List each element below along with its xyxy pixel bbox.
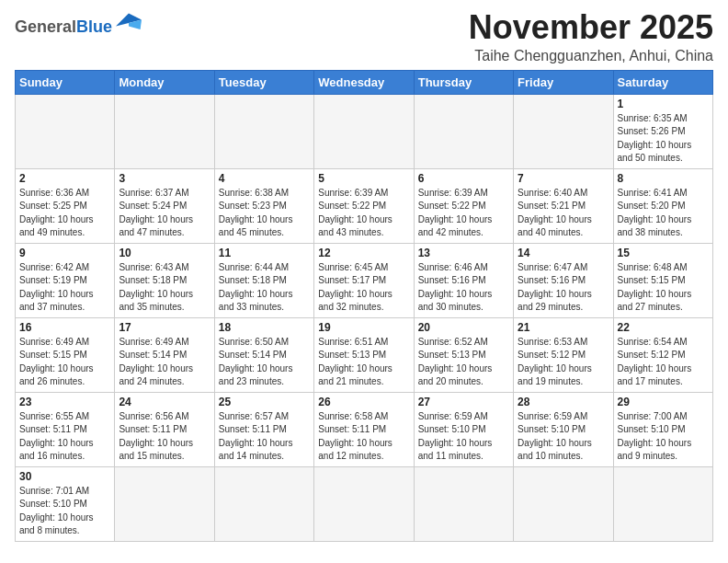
day-number: 30 bbox=[19, 470, 110, 483]
calendar-cell: 4Sunrise: 6:38 AMSunset: 5:23 PMDaylight… bbox=[214, 168, 313, 243]
calendar-cell bbox=[214, 466, 313, 541]
calendar-header-row: SundayMondayTuesdayWednesdayThursdayFrid… bbox=[16, 70, 713, 94]
calendar-cell: 20Sunrise: 6:52 AMSunset: 5:13 PMDayligh… bbox=[414, 317, 513, 392]
calendar-cell: 9Sunrise: 6:42 AMSunset: 5:19 PMDaylight… bbox=[16, 243, 115, 317]
calendar-cell: 3Sunrise: 6:37 AMSunset: 5:24 PMDaylight… bbox=[115, 168, 214, 243]
day-info: Sunrise: 6:41 AMSunset: 5:20 PMDaylight:… bbox=[618, 187, 709, 240]
calendar-cell bbox=[314, 94, 414, 168]
day-info: Sunrise: 6:59 AMSunset: 5:10 PMDaylight:… bbox=[518, 410, 609, 464]
location-title: Taihe Chengguanzhen, Anhui, China bbox=[469, 48, 713, 64]
day-number: 10 bbox=[119, 247, 210, 259]
page: General Blue November 2025 Taihe Chenggu… bbox=[0, 0, 728, 551]
calendar-header-monday: Monday bbox=[115, 70, 214, 94]
day-number: 25 bbox=[219, 396, 310, 408]
day-info: Sunrise: 6:50 AMSunset: 5:14 PMDaylight:… bbox=[219, 336, 310, 389]
day-number: 18 bbox=[219, 321, 310, 334]
day-number: 9 bbox=[19, 247, 110, 259]
calendar-cell: 18Sunrise: 6:50 AMSunset: 5:14 PMDayligh… bbox=[214, 317, 313, 392]
calendar-cell: 8Sunrise: 6:41 AMSunset: 5:20 PMDaylight… bbox=[613, 168, 712, 243]
calendar-cell: 1Sunrise: 6:35 AMSunset: 5:26 PMDaylight… bbox=[613, 94, 712, 168]
calendar-cell bbox=[115, 94, 214, 168]
calendar-cell: 15Sunrise: 6:48 AMSunset: 5:15 PMDayligh… bbox=[613, 243, 712, 317]
calendar-cell: 19Sunrise: 6:51 AMSunset: 5:13 PMDayligh… bbox=[314, 317, 414, 392]
header: General Blue November 2025 Taihe Chenggu… bbox=[15, 9, 713, 64]
calendar-cell bbox=[115, 466, 214, 541]
calendar-week-5: 23Sunrise: 6:55 AMSunset: 5:11 PMDayligh… bbox=[16, 392, 713, 466]
calendar-cell: 29Sunrise: 7:00 AMSunset: 5:10 PMDayligh… bbox=[613, 392, 712, 466]
day-info: Sunrise: 7:01 AMSunset: 5:10 PMDaylight:… bbox=[19, 485, 110, 538]
calendar-cell bbox=[414, 94, 513, 168]
day-info: Sunrise: 6:39 AMSunset: 5:22 PMDaylight:… bbox=[418, 187, 509, 240]
day-info: Sunrise: 6:39 AMSunset: 5:22 PMDaylight:… bbox=[318, 187, 409, 240]
day-number: 7 bbox=[518, 172, 609, 185]
day-number: 5 bbox=[318, 172, 409, 185]
day-number: 26 bbox=[318, 396, 409, 408]
calendar-cell: 25Sunrise: 6:57 AMSunset: 5:11 PMDayligh… bbox=[214, 392, 313, 466]
calendar-cell: 5Sunrise: 6:39 AMSunset: 5:22 PMDaylight… bbox=[314, 168, 414, 243]
day-info: Sunrise: 6:57 AMSunset: 5:11 PMDaylight:… bbox=[219, 410, 310, 464]
day-info: Sunrise: 6:37 AMSunset: 5:24 PMDaylight:… bbox=[119, 187, 210, 240]
day-number: 20 bbox=[418, 321, 509, 334]
day-info: Sunrise: 6:49 AMSunset: 5:15 PMDaylight:… bbox=[19, 336, 110, 389]
calendar-cell bbox=[414, 466, 513, 541]
day-number: 6 bbox=[418, 172, 509, 185]
calendar-cell: 12Sunrise: 6:45 AMSunset: 5:17 PMDayligh… bbox=[314, 243, 414, 317]
day-info: Sunrise: 6:42 AMSunset: 5:19 PMDaylight:… bbox=[19, 261, 110, 315]
day-info: Sunrise: 6:58 AMSunset: 5:11 PMDaylight:… bbox=[318, 410, 409, 464]
day-number: 8 bbox=[618, 172, 709, 185]
title-area: November 2025 Taihe Chengguanzhen, Anhui… bbox=[469, 9, 713, 64]
logo: General Blue bbox=[15, 13, 142, 35]
day-number: 13 bbox=[418, 247, 509, 259]
calendar-cell: 11Sunrise: 6:44 AMSunset: 5:18 PMDayligh… bbox=[214, 243, 313, 317]
calendar-cell: 14Sunrise: 6:47 AMSunset: 5:16 PMDayligh… bbox=[514, 243, 613, 317]
calendar-cell bbox=[514, 94, 613, 168]
day-info: Sunrise: 6:38 AMSunset: 5:23 PMDaylight:… bbox=[219, 187, 310, 240]
calendar-cell bbox=[613, 466, 712, 541]
calendar-cell: 26Sunrise: 6:58 AMSunset: 5:11 PMDayligh… bbox=[314, 392, 414, 466]
day-info: Sunrise: 6:53 AMSunset: 5:12 PMDaylight:… bbox=[518, 336, 609, 389]
day-number: 29 bbox=[618, 396, 709, 408]
day-number: 15 bbox=[618, 247, 709, 259]
logo-area: General Blue bbox=[15, 9, 142, 35]
day-info: Sunrise: 6:55 AMSunset: 5:11 PMDaylight:… bbox=[19, 410, 110, 464]
day-number: 3 bbox=[119, 172, 210, 185]
calendar-cell: 28Sunrise: 6:59 AMSunset: 5:10 PMDayligh… bbox=[514, 392, 613, 466]
calendar: SundayMondayTuesdayWednesdayThursdayFrid… bbox=[15, 70, 713, 542]
calendar-header-friday: Friday bbox=[514, 70, 613, 94]
logo-blue-text: Blue bbox=[76, 18, 112, 35]
day-info: Sunrise: 6:44 AMSunset: 5:18 PMDaylight:… bbox=[219, 261, 310, 315]
day-info: Sunrise: 6:54 AMSunset: 5:12 PMDaylight:… bbox=[618, 336, 709, 389]
day-info: Sunrise: 6:40 AMSunset: 5:21 PMDaylight:… bbox=[518, 187, 609, 240]
calendar-cell: 6Sunrise: 6:39 AMSunset: 5:22 PMDaylight… bbox=[414, 168, 513, 243]
day-number: 24 bbox=[119, 396, 210, 408]
calendar-header-thursday: Thursday bbox=[414, 70, 513, 94]
day-number: 28 bbox=[518, 396, 609, 408]
month-title: November 2025 bbox=[469, 9, 713, 46]
calendar-week-3: 9Sunrise: 6:42 AMSunset: 5:19 PMDaylight… bbox=[16, 243, 713, 317]
calendar-cell bbox=[214, 94, 313, 168]
day-info: Sunrise: 6:47 AMSunset: 5:16 PMDaylight:… bbox=[518, 261, 609, 315]
day-number: 2 bbox=[19, 172, 110, 185]
day-info: Sunrise: 6:49 AMSunset: 5:14 PMDaylight:… bbox=[119, 336, 210, 389]
day-info: Sunrise: 6:59 AMSunset: 5:10 PMDaylight:… bbox=[418, 410, 509, 464]
day-number: 4 bbox=[219, 172, 310, 185]
calendar-week-2: 2Sunrise: 6:36 AMSunset: 5:25 PMDaylight… bbox=[16, 168, 713, 243]
day-info: Sunrise: 6:48 AMSunset: 5:15 PMDaylight:… bbox=[618, 261, 709, 315]
calendar-header-saturday: Saturday bbox=[613, 70, 712, 94]
calendar-cell bbox=[314, 466, 414, 541]
logo-bird-icon bbox=[116, 13, 142, 33]
calendar-week-6: 30Sunrise: 7:01 AMSunset: 5:10 PMDayligh… bbox=[16, 466, 713, 541]
day-number: 11 bbox=[219, 247, 310, 259]
calendar-cell: 27Sunrise: 6:59 AMSunset: 5:10 PMDayligh… bbox=[414, 392, 513, 466]
calendar-cell bbox=[16, 94, 115, 168]
calendar-cell: 30Sunrise: 7:01 AMSunset: 5:10 PMDayligh… bbox=[16, 466, 115, 541]
calendar-cell: 16Sunrise: 6:49 AMSunset: 5:15 PMDayligh… bbox=[16, 317, 115, 392]
calendar-cell: 17Sunrise: 6:49 AMSunset: 5:14 PMDayligh… bbox=[115, 317, 214, 392]
day-info: Sunrise: 6:56 AMSunset: 5:11 PMDaylight:… bbox=[119, 410, 210, 464]
day-info: Sunrise: 6:46 AMSunset: 5:16 PMDaylight:… bbox=[418, 261, 509, 315]
calendar-cell: 22Sunrise: 6:54 AMSunset: 5:12 PMDayligh… bbox=[613, 317, 712, 392]
day-number: 12 bbox=[318, 247, 409, 259]
day-info: Sunrise: 6:36 AMSunset: 5:25 PMDaylight:… bbox=[19, 187, 110, 240]
day-number: 21 bbox=[518, 321, 609, 334]
day-info: Sunrise: 7:00 AMSunset: 5:10 PMDaylight:… bbox=[618, 410, 709, 464]
